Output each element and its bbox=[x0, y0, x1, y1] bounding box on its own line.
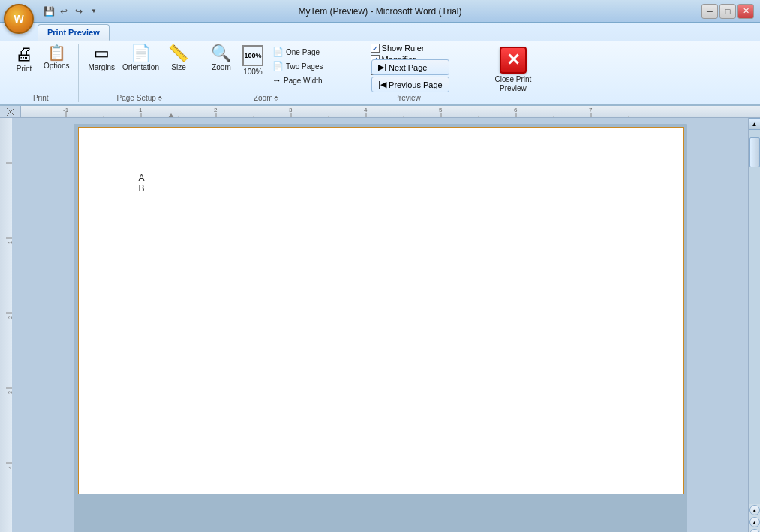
options-icon: 📋 bbox=[47, 45, 66, 60]
print-group-label: Print bbox=[33, 92, 49, 102]
minimize-button[interactable]: ─ bbox=[701, 4, 718, 19]
zoom-icon: 🔍 bbox=[211, 45, 231, 62]
margins-label: Margins bbox=[88, 63, 115, 72]
save-button[interactable]: 💾 bbox=[42, 5, 56, 18]
ruler-vertical: 1 2 3 4 bbox=[0, 118, 12, 532]
print-button[interactable]: 🖨 Print bbox=[9, 44, 39, 75]
quick-access-toolbar: 💾 ↩ ↪ ▼ bbox=[42, 5, 101, 18]
zoom-expand-icon[interactable]: ⬘ bbox=[274, 95, 278, 101]
svg-text:5: 5 bbox=[439, 107, 443, 113]
qa-dropdown[interactable]: ▼ bbox=[87, 5, 101, 18]
ribbon-group-preview: ✓ Show Ruler ✓ Magnifier Shrink One Page… bbox=[332, 44, 482, 102]
page-setup-expand-icon[interactable]: ⬘ bbox=[158, 95, 162, 101]
options-label: Options bbox=[44, 62, 69, 71]
ribbon-group-page-setup: ▭ Margins 📄 Orientation 📏 Size Page Setu… bbox=[79, 44, 200, 102]
scroll-up-button[interactable]: ▲ bbox=[749, 118, 761, 130]
scroll-thumb[interactable] bbox=[749, 137, 760, 167]
ruler-corner-icon bbox=[7, 108, 14, 116]
show-ruler-checkbox[interactable]: ✓ bbox=[371, 44, 380, 53]
document-page: A B bbox=[78, 127, 684, 494]
next-page-icon: ▶| bbox=[378, 62, 386, 72]
svg-text:7: 7 bbox=[589, 107, 593, 113]
show-ruler-row: ✓ Show Ruler bbox=[371, 44, 425, 53]
orientation-label: Orientation bbox=[122, 63, 159, 72]
prev-page-label: Previous Page bbox=[389, 80, 443, 89]
close-group-items: ✕ Close PrintPreview bbox=[488, 44, 537, 101]
tab-print-preview[interactable]: Print Preview bbox=[38, 24, 110, 41]
ruler-corner[interactable] bbox=[0, 106, 21, 118]
prev-page-icon: |◀ bbox=[378, 80, 386, 89]
svg-text:3: 3 bbox=[8, 391, 12, 394]
zoom-button[interactable]: 🔍 Zoom bbox=[206, 44, 236, 74]
close-print-preview-button[interactable]: ✕ Close PrintPreview bbox=[488, 44, 537, 96]
options-button[interactable]: 📋 Options bbox=[41, 44, 72, 72]
one-page-button[interactable]: 📄 One Page bbox=[269, 45, 326, 59]
next-object-button[interactable]: ▼ bbox=[749, 529, 760, 532]
page-width-label: Page Width bbox=[284, 77, 323, 85]
zoom100-button[interactable]: 100% 100% bbox=[238, 44, 268, 78]
svg-text:1: 1 bbox=[139, 107, 143, 113]
ribbon-content: 🖨 Print 📋 Options Print ▭ Margins 📄 O bbox=[0, 41, 760, 105]
page-area: A B bbox=[12, 118, 748, 532]
zoom-pages-col: 📄 One Page 📄 Two Pages ↔ Page Width bbox=[269, 45, 326, 87]
zoom100-label: 100% bbox=[243, 68, 263, 77]
orientation-icon: 📄 bbox=[131, 45, 151, 62]
ruler-horizontal: -1 1 2 3 4 5 6 7 bbox=[0, 106, 760, 118]
ruler-svg: -1 1 2 3 4 5 6 7 bbox=[21, 106, 760, 118]
svg-rect-28 bbox=[0, 118, 12, 532]
ribbon-group-zoom: 🔍 Zoom 100% 100% 📄 One Page 📄 Two Pages bbox=[200, 44, 332, 102]
vertical-ruler-svg: 1 2 3 4 bbox=[0, 118, 12, 532]
svg-text:1: 1 bbox=[8, 241, 12, 244]
undo-button[interactable]: ↩ bbox=[57, 5, 71, 18]
margins-icon: ▭ bbox=[94, 45, 110, 62]
page-width-icon: ↔ bbox=[272, 75, 281, 86]
show-ruler-label: Show Ruler bbox=[382, 44, 425, 53]
nav-buttons: ▶| Next Page |◀ Previous Page bbox=[371, 59, 449, 92]
prev-object-button[interactable]: ▲ bbox=[749, 517, 760, 527]
page-setup-group-label: Page Setup ⬘ bbox=[117, 92, 162, 102]
content-line-1: A bbox=[139, 173, 623, 183]
two-pages-button[interactable]: 📄 Two Pages bbox=[269, 59, 326, 73]
scroll-bottom-controls: ● ▲ ▼ bbox=[749, 504, 761, 532]
two-pages-icon: 📄 bbox=[272, 61, 284, 71]
scroll-track[interactable] bbox=[749, 130, 760, 504]
print-group-items: 🖨 Print 📋 Options bbox=[9, 44, 72, 92]
maximize-button[interactable]: □ bbox=[719, 4, 736, 19]
two-pages-label: Two Pages bbox=[286, 62, 323, 71]
zoom-label: Zoom bbox=[212, 63, 231, 72]
svg-text:2: 2 bbox=[214, 107, 218, 113]
office-button[interactable]: W bbox=[4, 4, 34, 34]
ribbon-group-close: ✕ Close PrintPreview bbox=[482, 44, 543, 102]
ruler-scale: -1 1 2 3 4 5 6 7 bbox=[21, 106, 760, 117]
page-shadow: A B bbox=[74, 124, 687, 532]
select-browse-object-button[interactable]: ● bbox=[749, 505, 760, 515]
size-button[interactable]: 📏 Size bbox=[164, 44, 194, 74]
next-page-label: Next Page bbox=[389, 63, 427, 72]
close-window-button[interactable]: ✕ bbox=[737, 4, 754, 19]
redo-button[interactable]: ↪ bbox=[72, 5, 86, 18]
svg-text:6: 6 bbox=[514, 107, 518, 113]
svg-text:3: 3 bbox=[289, 107, 293, 113]
ribbon: Print Preview 🖨 Print 📋 Options Print ▭ bbox=[0, 23, 760, 106]
size-icon: 📏 bbox=[168, 45, 188, 62]
window-controls: ─ □ ✕ bbox=[701, 4, 754, 19]
ribbon-group-print: 🖨 Print 📋 Options Print bbox=[3, 44, 79, 102]
margins-button[interactable]: ▭ Margins bbox=[85, 44, 118, 74]
orientation-button[interactable]: 📄 Orientation bbox=[119, 44, 162, 74]
page-width-button[interactable]: ↔ Page Width bbox=[269, 74, 326, 87]
close-preview-label: Close PrintPreview bbox=[494, 75, 531, 93]
print-label: Print bbox=[17, 65, 32, 74]
svg-text:4: 4 bbox=[8, 466, 12, 469]
zoom-group-label: Zoom ⬘ bbox=[254, 92, 279, 102]
svg-text:2: 2 bbox=[8, 316, 12, 319]
prev-page-button[interactable]: |◀ Previous Page bbox=[371, 77, 449, 92]
svg-text:-1: -1 bbox=[63, 107, 69, 113]
zoom100-icon: 100% bbox=[242, 45, 263, 66]
office-logo: W bbox=[14, 13, 23, 25]
svg-text:4: 4 bbox=[364, 107, 368, 113]
title-bar: W 💾 ↩ ↪ ▼ MyTem (Preview) - Microsoft Wo… bbox=[0, 0, 760, 23]
page-setup-items: ▭ Margins 📄 Orientation 📏 Size bbox=[85, 44, 194, 92]
scrollbar-vertical[interactable]: ▲ ● ▲ ▼ ▼ bbox=[748, 118, 760, 532]
next-page-button[interactable]: ▶| Next Page bbox=[371, 59, 449, 75]
one-page-icon: 📄 bbox=[272, 47, 284, 57]
